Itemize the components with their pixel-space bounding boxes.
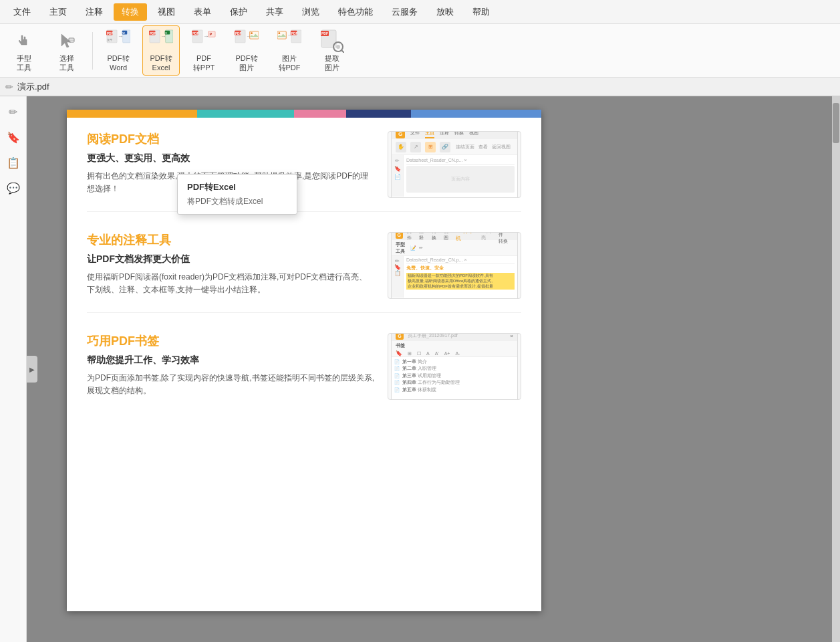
pdf-section-bookmark: 巧用PDF书签 帮助您提升工作、学习效率 为PDF页面添加书签,除了实现内容的快… xyxy=(87,333,521,413)
pdf-to-excel-label: PDF转Excel xyxy=(150,54,172,72)
hand-tool-label: 手型工具 xyxy=(17,54,31,72)
select-tool-label: 选择工具 xyxy=(59,54,74,72)
menu-browse[interactable]: 浏览 xyxy=(294,3,327,21)
svg-point-39 xyxy=(336,45,340,49)
pdf-to-image-button[interactable]: PDF → PDF转图片 xyxy=(228,26,265,74)
toolbar: 手型工具 选择工具 PDF 文件 → W PDF转 xyxy=(0,24,840,78)
svg-text:PDF: PDF xyxy=(150,32,156,35)
color-seg-pink xyxy=(294,110,346,118)
pdf-word-icon: PDF 文件 → W xyxy=(106,29,130,53)
pdf-read-subtitle: 更强大、更实用、更高效 xyxy=(87,152,374,165)
menu-form[interactable]: 表单 xyxy=(186,3,219,21)
extract-image-label: 提取图片 xyxy=(325,54,339,72)
menu-view[interactable]: 视图 xyxy=(150,3,183,21)
color-seg-blue xyxy=(411,110,541,118)
svg-point-30 xyxy=(278,33,280,35)
image-to-pdf-label: 图片转PDF xyxy=(279,54,301,72)
dropdown-box: PDF转Excel 将PDF文档转成Excel xyxy=(177,174,297,215)
pdf-page-display: 阅读PDF文档 更强大、更实用、更高效 拥有出色的文档渲染效果,强大的页面管理功… xyxy=(67,110,541,611)
color-seg-teal xyxy=(197,110,295,118)
menu-slideshow[interactable]: 放映 xyxy=(428,3,462,21)
filename-display: 演示.pdf xyxy=(17,81,49,93)
dropdown-title: PDF转Excel xyxy=(187,181,287,193)
menu-annotate[interactable]: 注释 xyxy=(78,3,111,21)
svg-point-28 xyxy=(251,33,253,35)
pdf-bookmark-subtitle: 帮助您提升工作、学习效率 xyxy=(87,354,374,366)
dropdown-tooltip: PDF转Excel 将PDF文档转成Excel xyxy=(177,174,297,215)
menu-bar: 文件 主页 注释 转换 视图 表单 保护 共享 浏览 特色功能 云服务 放映 帮… xyxy=(0,0,840,24)
pdf-page-content: 阅读PDF文档 更强大、更实用、更高效 拥有出色的文档渲染效果,强大的页面管理功… xyxy=(67,118,541,611)
menu-share[interactable]: 共享 xyxy=(258,3,291,21)
svg-text:PDF: PDF xyxy=(192,32,199,35)
pdf-to-excel-button[interactable]: PDF → X PDF转Excel xyxy=(142,25,180,75)
hand-tool-button[interactable]: 手型工具 xyxy=(5,26,43,74)
pdf-color-bar xyxy=(67,110,541,118)
pdf-annotate-mockup: G 文件注释转换视图 T↑ 打字机 ▲ 高亮 📄 文件转换 手型工具 📝 ✏ xyxy=(388,232,521,299)
color-seg-orange xyxy=(67,110,197,118)
main-layout: ✏ 🔖 📋 💬 ▶ xyxy=(0,96,840,642)
vertical-scrollbar[interactable] xyxy=(832,96,840,642)
pdf-excel-icon: PDF → X xyxy=(149,29,173,53)
sidebar-bookmark-icon[interactable]: 🔖 xyxy=(3,127,23,147)
menu-convert[interactable]: 转换 xyxy=(114,3,147,21)
svg-text:PDF: PDF xyxy=(107,32,114,35)
left-sidebar: ✏ 🔖 📋 💬 xyxy=(0,96,27,642)
menu-protect[interactable]: 保护 xyxy=(222,3,255,21)
svg-line-40 xyxy=(341,50,344,53)
dropdown-desc: 将PDF文档转成Excel xyxy=(187,196,287,207)
menu-help[interactable]: 帮助 xyxy=(464,3,498,21)
pdf-ppt-icon: PDF → P xyxy=(192,29,216,53)
pdf-section-bookmark-text: 巧用PDF书签 帮助您提升工作、学习效率 为PDF页面添加书签,除了实现内容的快… xyxy=(87,333,388,400)
menu-features[interactable]: 特色功能 xyxy=(330,3,381,21)
content-area: ▶ 阅读PDF文档 更强大、更实用、更高效 xyxy=(27,96,840,642)
pdf-to-word-button[interactable]: PDF 文件 → W PDF转Word xyxy=(100,26,137,74)
cursor-icon xyxy=(55,29,79,53)
svg-text:PDF: PDF xyxy=(235,32,242,35)
pdf-read-mockup: G 文件主页 注释转换视图 ✋ ↗ xyxy=(388,131,521,198)
svg-text:W: W xyxy=(122,32,125,35)
hand-icon xyxy=(12,29,36,53)
chevron-right-icon: ▶ xyxy=(29,366,35,373)
pdf-section-annotate: 专业的注释工具 让PDF文档发挥更大价值 使用福昕PDF阅读器(foxit re… xyxy=(87,232,521,313)
color-seg-navy xyxy=(346,110,411,118)
pdf-section-annotate-text: 专业的注释工具 让PDF文档发挥更大价值 使用福昕PDF阅读器(foxit re… xyxy=(87,232,388,299)
svg-text:文件: 文件 xyxy=(107,38,112,41)
extract-image-button[interactable]: PDF 提取图片 xyxy=(313,26,351,74)
pdf-bookmark-mockup: G 员工手册_20120917.pdf × 书签 🔖 ⊞ xyxy=(388,333,521,400)
svg-rect-29 xyxy=(277,31,286,39)
image-pdf-icon: → PDF xyxy=(277,29,301,53)
pdf-bookmark-body: 为PDF页面添加书签,除了实现内容的快速导航,书签还能指明不同书签的层级关系,展… xyxy=(87,372,374,397)
pdf-to-image-label: PDF转图片 xyxy=(236,54,258,72)
extract-icon: PDF xyxy=(320,29,344,53)
toolbar-separator-1 xyxy=(92,32,93,70)
pdf-bookmark-title: 巧用PDF书签 xyxy=(87,333,374,349)
pdf-section-read: 阅读PDF文档 更强大、更实用、更高效 拥有出色的文档渲染效果,强大的页面管理功… xyxy=(87,131,521,212)
select-tool-button[interactable]: 选择工具 xyxy=(48,26,86,74)
pdf-to-ppt-label: PDF转PPT xyxy=(193,54,215,72)
pdf-annotate-body: 使用福昕PDF阅读器(foxit reader)为PDF文档添加注释,可对PDF… xyxy=(87,271,374,296)
pdf-annotate-subtitle: 让PDF文档发挥更大价值 xyxy=(87,253,374,265)
pdf-read-title: 阅读PDF文档 xyxy=(87,131,374,147)
collapse-panel-button[interactable]: ▶ xyxy=(27,356,37,383)
svg-text:PDF: PDF xyxy=(291,32,298,35)
sidebar-pages-icon[interactable]: 📋 xyxy=(3,152,23,173)
pdf-annotate-title: 专业的注释工具 xyxy=(87,232,374,248)
sidebar-comment-icon[interactable]: 💬 xyxy=(3,178,23,198)
image-to-pdf-button[interactable]: → PDF 图片转PDF xyxy=(271,26,308,74)
pdf-to-word-label: PDF转Word xyxy=(108,54,130,72)
svg-text:P: P xyxy=(210,33,213,37)
sidebar-edit-icon[interactable]: ✏ xyxy=(3,102,23,122)
path-bar: ✏ 演示.pdf xyxy=(0,78,840,96)
pdf-image-icon: PDF → xyxy=(235,29,259,53)
menu-file[interactable]: 文件 xyxy=(5,3,39,21)
scrollbar-thumb[interactable] xyxy=(833,103,839,143)
menu-home[interactable]: 主页 xyxy=(41,3,75,21)
menu-cloud[interactable]: 云服务 xyxy=(384,3,426,21)
pencil-icon: ✏ xyxy=(5,82,13,92)
svg-text:PDF: PDF xyxy=(321,31,328,35)
pdf-to-ppt-button[interactable]: PDF → P PDF转PPT xyxy=(185,26,223,74)
svg-text:→: → xyxy=(203,33,209,40)
